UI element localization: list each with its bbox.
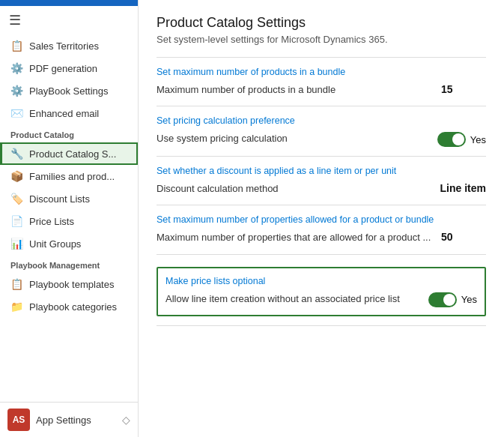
toggle-price-lists[interactable] [428,292,457,307]
sidebar-label: Unit Groups [29,238,81,250]
folder-icon: 📁 [10,301,23,313]
sidebar-item-product-catalog-settings[interactable]: 🔧 Product Catalog S... [0,142,138,165]
section-title-price-lists: Make price lists optional [166,276,477,286]
section-title-pricing-calc: Set pricing calculation preference [157,115,486,126]
gear-icon: ⚙️ [10,62,23,74]
sidebar-label: PlayBook Settings [29,85,109,97]
section-title-max-bundle: Set maximum number of products in a bund… [157,67,486,77]
document-icon: 📄 [10,215,23,227]
setting-row-max-properties: Maximum number of properties that are al… [157,231,486,244]
menu-icon[interactable]: ☰ [0,6,138,34]
setting-value-pricing-calc: Yes [437,132,486,147]
setting-label-max-properties: Maximum number of properties that are al… [157,231,432,244]
section-pricing-calc: Set pricing calculation preference Use s… [157,106,486,156]
section-max-properties: Set maximum number of properties allowed… [157,205,486,253]
setting-label-discount-calc: Discount calculation method [157,182,431,196]
page-subtitle: Set system-level settings for Microsoft … [157,34,486,45]
section-max-bundle: Set maximum number of products in a bund… [157,57,486,106]
setting-row-pricing-calc: Use system pricing calculation Yes [157,132,486,147]
sidebar-label: PDF generation [29,63,97,74]
catalog-icon: 🔧 [10,148,23,160]
setting-label-price-lists: Allow line item creation without an asso… [166,292,419,306]
sidebar-item-playbook-templates[interactable]: 📋 Playbook templates [0,273,138,295]
sidebar-label: Sales Territories [29,40,99,52]
main-content: Product Catalog Settings Set system-leve… [139,0,504,437]
sidebar-label: Discount Lists [29,193,90,205]
section-title-discount-calc: Set whether a discount is applied as a l… [157,166,486,176]
sidebar-item-unit-groups[interactable]: 📊 Unit Groups [0,232,138,255]
box-icon: 📦 [10,170,23,182]
page-title: Product Catalog Settings [157,15,486,31]
tag-icon: 🏷️ [10,193,23,205]
setting-value-price-lists: Yes [428,292,477,307]
sidebar-top-bar [0,0,138,6]
diamond-icon: ◇ [122,414,130,426]
chart-icon: 📊 [10,238,23,250]
sidebar-item-sales-territories[interactable]: 📋 Sales Territories [0,34,138,57]
setting-row-price-lists: Allow line item creation without an asso… [166,292,477,307]
sidebar-label: Enhanced email [29,108,99,119]
setting-value-max-properties: 50 [441,231,486,243]
sidebar-item-families-and-products[interactable]: 📦 Families and prod... [0,165,138,187]
template-icon: 📋 [10,278,23,290]
setting-row-max-bundle: Maximum number of products in a bundle 1… [157,83,486,97]
email-icon: ✉️ [10,107,23,119]
product-catalog-section: Product Catalog [0,124,138,142]
section-price-lists-optional: Make price lists optional Allow line ite… [157,254,486,326]
sidebar: ☰ 📋 Sales Territories ⚙️ PDF generation … [0,0,139,437]
sidebar-label: Playbook templates [29,279,114,290]
settings-icon: ⚙️ [10,85,23,97]
playbook-section: Playbook Management [0,255,138,273]
sidebar-label: Product Catalog S... [29,148,116,160]
sidebar-footer: AS App Settings ◇ [0,402,138,437]
setting-label-pricing-calc: Use system pricing calculation [157,132,428,145]
sidebar-item-price-lists[interactable]: 📄 Price Lists [0,210,138,232]
setting-row-discount-calc: Discount calculation method Line item [157,182,486,196]
highlighted-box: Make price lists optional Allow line ite… [157,267,486,316]
sidebar-label: Price Lists [29,216,74,227]
sidebar-label: Playbook categories [29,301,117,313]
avatar: AS [7,409,30,431]
sidebar-item-playbook-settings[interactable]: ⚙️ PlayBook Settings [0,79,138,102]
sidebar-scroll: 📋 Sales Territories ⚙️ PDF generation ⚙️… [0,34,138,402]
setting-value-max-bundle: 15 [441,83,486,95]
toggle-pricing-calc[interactable] [437,132,466,147]
sidebar-item-pdf-generation[interactable]: ⚙️ PDF generation [0,57,138,79]
section-discount-calc: Set whether a discount is applied as a l… [157,156,486,205]
sidebar-item-playbook-categories[interactable]: 📁 Playbook categories [0,295,138,318]
sidebar-item-enhanced-email[interactable]: ✉️ Enhanced email [0,102,138,124]
setting-label-max-bundle: Maximum number of products in a bundle [157,83,432,97]
section-title-max-properties: Set maximum number of properties allowed… [157,214,486,225]
app-settings-label[interactable]: App Settings [36,415,116,426]
sidebar-label: Families and prod... [29,171,115,182]
setting-value-discount-calc: Line item [440,182,486,194]
sidebar-item-discount-lists[interactable]: 🏷️ Discount Lists [0,187,138,210]
book-icon: 📋 [10,40,23,52]
